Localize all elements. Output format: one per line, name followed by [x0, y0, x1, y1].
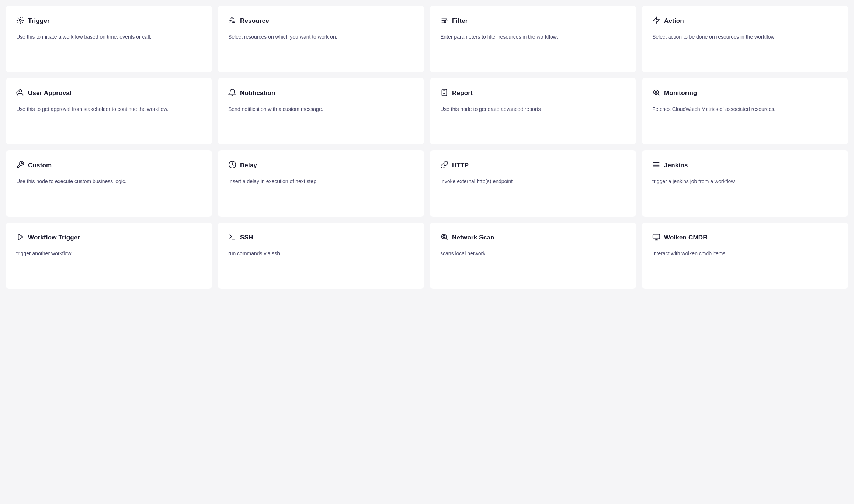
card-description: Use this to initiate a workflow based on… [16, 33, 202, 41]
delay-icon [228, 161, 236, 170]
trigger-icon [16, 16, 24, 25]
svg-marker-7 [653, 17, 660, 24]
wolken-cmdb-icon [652, 233, 660, 242]
jenkins-icon [652, 161, 660, 170]
card-description: trigger a jenkins job from a workflow [652, 177, 838, 185]
card-title: Filter [452, 17, 468, 25]
svg-point-25 [443, 235, 445, 238]
card-header: Filter [440, 16, 626, 25]
card-title: Workflow Trigger [28, 234, 80, 241]
card-description: Enter parameters to filter resources in … [440, 33, 626, 41]
svg-point-13 [654, 90, 659, 95]
custom-icon [16, 161, 24, 170]
card-title: Action [664, 17, 684, 25]
filter-icon [440, 16, 448, 25]
ssh-icon [228, 233, 236, 242]
card-monitoring[interactable]: MonitoringFetches CloudWatch Metrics of … [642, 78, 848, 144]
card-description: trigger another workflow [16, 249, 202, 258]
card-network-scan[interactable]: Network Scanscans local network [430, 223, 636, 289]
card-header: Custom [16, 161, 202, 170]
action-icon [652, 16, 660, 25]
report-icon [440, 88, 448, 98]
card-header: Network Scan [440, 233, 626, 242]
network-scan-icon [440, 233, 448, 242]
card-wolken-cmdb[interactable]: Wolken CMDBInteract with wolken cmdb ite… [642, 223, 848, 289]
card-header: Notification [228, 88, 414, 98]
card-delay[interactable]: DelayInsert a delay in execution of next… [218, 150, 424, 217]
svg-line-24 [446, 238, 447, 240]
card-description: Use this node to execute custom business… [16, 177, 202, 185]
card-title: Delay [240, 162, 257, 169]
card-jenkins[interactable]: Jenkinstrigger a jenkins job from a work… [642, 150, 848, 217]
notification-icon [228, 88, 236, 98]
card-title: User Approval [28, 90, 72, 97]
card-title: Report [452, 90, 473, 97]
card-description: Invoke external http(s) endpoint [440, 177, 626, 185]
card-header: Resource [228, 16, 414, 25]
card-header: Jenkins [652, 161, 838, 170]
card-title: Trigger [28, 17, 50, 25]
card-title: SSH [240, 234, 253, 241]
svg-point-14 [655, 91, 657, 93]
card-grid: TriggerUse this to initiate a workflow b… [6, 6, 848, 289]
card-resource[interactable]: ResourceSelect resources on which you wa… [218, 6, 424, 72]
card-header: Action [652, 16, 838, 25]
card-title: Resource [240, 17, 269, 25]
svg-point-8 [19, 90, 21, 92]
svg-point-6 [444, 22, 446, 23]
card-action[interactable]: ActionSelect action to be done on resour… [642, 6, 848, 72]
svg-point-5 [446, 20, 447, 21]
card-report[interactable]: ReportUse this node to generate advanced… [430, 78, 636, 144]
svg-point-23 [442, 234, 447, 239]
card-title: Network Scan [452, 234, 494, 241]
card-title: HTTP [452, 162, 469, 169]
svg-rect-26 [653, 234, 660, 239]
card-header: Report [440, 88, 626, 98]
http-icon [440, 161, 448, 170]
user-approval-icon [16, 88, 24, 98]
card-header: User Approval [16, 88, 202, 98]
card-trigger[interactable]: TriggerUse this to initiate a workflow b… [6, 6, 212, 72]
card-title: Monitoring [664, 90, 697, 97]
card-description: Select resources on which you want to wo… [228, 33, 414, 41]
card-header: Delay [228, 161, 414, 170]
card-description: Use this to get approval from stakeholde… [16, 105, 202, 113]
card-header: Wolken CMDB [652, 233, 838, 242]
card-header: Trigger [16, 16, 202, 25]
card-header: HTTP [440, 161, 626, 170]
card-title: Jenkins [664, 162, 688, 169]
card-description: Select action to be done on resources in… [652, 33, 838, 41]
workflow-trigger-icon [16, 233, 24, 242]
card-header: Workflow Trigger [16, 233, 202, 242]
card-description: Fetches CloudWatch Metrics of associated… [652, 105, 838, 113]
card-custom[interactable]: CustomUse this node to execute custom bu… [6, 150, 212, 217]
card-filter[interactable]: FilterEnter parameters to filter resourc… [430, 6, 636, 72]
card-workflow-trigger[interactable]: Workflow Triggertrigger another workflow [6, 223, 212, 289]
card-title: Custom [28, 162, 52, 169]
card-notification[interactable]: NotificationSend notification with a cus… [218, 78, 424, 144]
card-ssh[interactable]: SSHrun commands via ssh [218, 223, 424, 289]
card-user-approval[interactable]: User ApprovalUse this to get approval fr… [6, 78, 212, 144]
card-description: Interact with wolken cmdb items [652, 249, 838, 258]
svg-line-15 [658, 94, 659, 95]
card-http[interactable]: HTTPInvoke external http(s) endpoint [430, 150, 636, 217]
card-header: Monitoring [652, 88, 838, 98]
card-description: Send notification with a custom message. [228, 105, 414, 113]
monitoring-icon [652, 88, 660, 98]
resource-icon [228, 16, 236, 25]
card-header: SSH [228, 233, 414, 242]
card-description: scans local network [440, 249, 626, 258]
card-description: run commands via ssh [228, 249, 414, 258]
card-description: Insert a delay in execution of next step [228, 177, 414, 185]
svg-point-0 [19, 19, 21, 21]
card-title: Notification [240, 90, 275, 97]
card-title: Wolken CMDB [664, 234, 708, 241]
card-description: Use this node to generate advanced repor… [440, 105, 626, 113]
